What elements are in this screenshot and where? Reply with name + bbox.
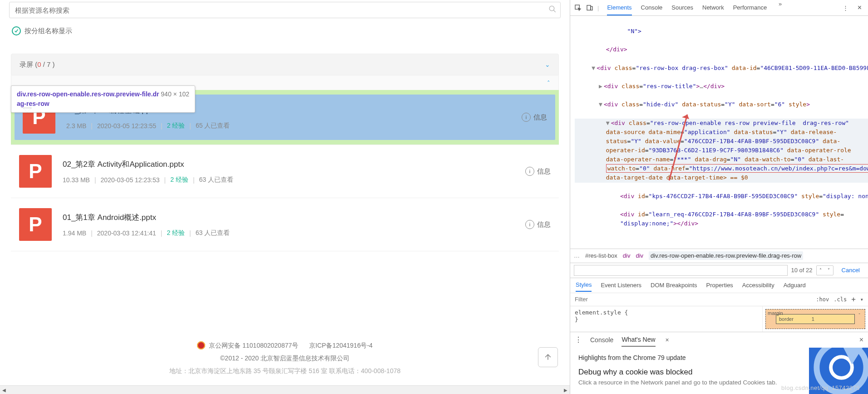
file-name: 01_第1章 Android概述.pptx — [63, 212, 514, 223]
dom-breadcrumb[interactable]: … #res-list-box div div div.res-row-open… — [570, 249, 868, 263]
tab-sources[interactable]: Sources — [671, 0, 693, 15]
info-button[interactable]: i信息 — [525, 220, 551, 229]
info-icon: i — [522, 113, 531, 122]
tab-network[interactable]: Network — [702, 0, 724, 15]
drawer-tabs: ⋮ Console What's New × × — [570, 332, 868, 348]
styles-tabs: Styles Event Listeners DOM Breakpoints P… — [570, 278, 868, 293]
whats-new-panel: Highlights from the Chrome 79 update Deb… — [570, 348, 868, 394]
tooltip-selector: div.res-row-open-enable.res-row.preview-… — [17, 90, 159, 107]
section-header[interactable]: 录屏 (0 / 7 ) ⌄ — [11, 54, 559, 75]
find-bar: 10 of 22 ˄˅ Cancel — [570, 263, 868, 278]
file-type-icon: P — [19, 208, 52, 241]
file-name: 02_第2章 Activity和Application.pptx — [63, 159, 514, 170]
inspector-tooltip: 940 × 102 div.res-row-open-enable.res-ro… — [11, 85, 195, 113]
find-count: 10 of 22 — [791, 267, 813, 274]
resource-row[interactable]: P 02_第2章 Activity和Application.pptx 10.33… — [11, 145, 559, 198]
file-type-icon: P — [19, 155, 52, 188]
devtools-tabs: Elements Console Sources Network Perform… — [607, 0, 836, 15]
tab-properties[interactable]: Properties — [706, 279, 733, 291]
tab-adguard[interactable]: Adguard — [784, 279, 806, 291]
drawer-menu-icon[interactable]: ⋮ — [575, 333, 582, 347]
box-model: margin - border1 — [762, 306, 868, 332]
tab-event-listeners[interactable]: Event Listeners — [601, 279, 641, 291]
info-button[interactable]: i信息 — [522, 113, 547, 122]
tab-close-icon[interactable]: × — [664, 334, 671, 346]
devtools-menu-icon[interactable]: ⋮ — [840, 5, 851, 11]
find-next-icon[interactable]: ˅ — [825, 266, 833, 275]
styles-filter-row: :hov .cls + ▾ — [570, 293, 868, 306]
styles-panel: element.style { } margin - border1 — [570, 306, 868, 332]
info-icon: i — [525, 167, 534, 176]
resource-row[interactable]: P 01_第1章 Android概述.pptx 1.94 MB| 2020-03… — [11, 198, 559, 251]
search-box[interactable] — [9, 2, 561, 18]
check-icon — [12, 26, 21, 35]
shield-icon — [197, 341, 205, 349]
tab-styles[interactable]: Styles — [576, 279, 592, 292]
search-icon[interactable] — [545, 5, 560, 15]
search-input[interactable] — [10, 6, 545, 14]
scroll-right-icon[interactable]: ▶ — [562, 386, 570, 394]
horizontal-scrollbar[interactable]: ◀ ▶ — [0, 385, 570, 394]
devtools-toolbar: | Elements Console Sources Network Perfo… — [570, 0, 868, 16]
tabs-overflow[interactable]: » — [776, 0, 784, 15]
tab-dom-breakpoints[interactable]: DOM Breakpoints — [651, 279, 697, 291]
page-footer: 京公网安备 11010802020877号 京ICP备12041916号-4 ©… — [0, 333, 570, 385]
drawer-close-icon[interactable]: × — [859, 333, 863, 347]
scroll-top-button[interactable] — [538, 347, 558, 367]
tab-console[interactable]: Console — [641, 0, 663, 15]
page-content: 按分组名称显示 录屏 (0 / 7 ) ⌄ 940 × 102 div.res-… — [0, 0, 570, 394]
find-cancel[interactable]: Cancel — [837, 267, 864, 274]
device-icon[interactable] — [586, 4, 594, 12]
chevron-down-icon[interactable]: ⌄ — [545, 61, 550, 68]
tab-drawer-console[interactable]: Console — [590, 334, 613, 346]
new-rule-icon[interactable]: + — [851, 295, 856, 304]
inspect-icon[interactable] — [574, 4, 582, 12]
hov-toggle[interactable]: :hov — [816, 296, 829, 303]
styles-filter[interactable] — [570, 296, 811, 303]
info-button[interactable]: i信息 — [525, 167, 551, 176]
scroll-left-icon[interactable]: ◀ — [0, 386, 8, 394]
tab-whats-new[interactable]: What's New — [621, 333, 655, 347]
devtools: | Elements Console Sources Network Perfo… — [570, 0, 868, 394]
group-toggle[interactable]: 按分组名称显示 — [0, 18, 570, 37]
close-icon[interactable]: × — [855, 4, 864, 12]
find-prev-icon[interactable]: ˄ — [817, 266, 825, 275]
find-input[interactable] — [574, 265, 788, 276]
tab-elements[interactable]: Elements — [607, 0, 631, 15]
svg-point-7 — [831, 357, 852, 378]
tab-accessibility[interactable]: Accessibility — [742, 279, 774, 291]
cls-toggle[interactable]: .cls — [833, 296, 847, 303]
watermark: blog.csdn.net/qq_15742275 — [781, 384, 860, 391]
styles-menu-icon[interactable]: ▾ — [860, 296, 863, 303]
svg-line-1 — [553, 10, 556, 12]
svg-rect-3 — [587, 5, 591, 10]
tooltip-dims: 940 × 102 — [161, 90, 189, 99]
chevron-up-icon: ˄ — [547, 80, 550, 86]
info-icon: i — [525, 220, 534, 229]
group-toggle-label: 按分组名称显示 — [25, 27, 72, 35]
dom-tree[interactable]: "N"> </div> ▼<div class="res-row-box dra… — [570, 16, 868, 249]
svg-rect-4 — [591, 6, 592, 10]
svg-point-0 — [549, 6, 554, 11]
tab-performance[interactable]: Performance — [733, 0, 767, 15]
